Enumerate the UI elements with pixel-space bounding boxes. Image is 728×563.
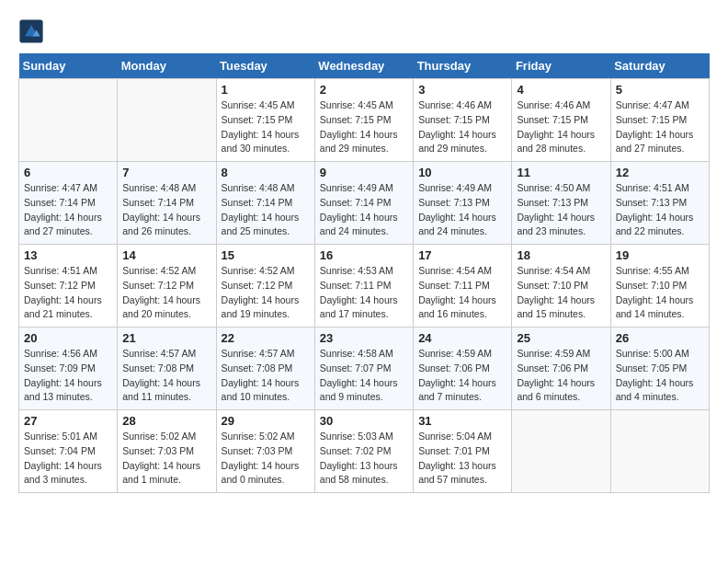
day-number: 10 [418,166,506,179]
day-cell: 30Sunrise: 5:03 AMSunset: 7:02 PMDayligh… [314,410,413,493]
day-info: Sunrise: 4:52 AMSunset: 7:12 PMDaylight:… [122,264,210,322]
day-number: 26 [616,331,704,345]
day-number: 1 [222,83,310,97]
weekday-header-wednesday: Wednesday [314,53,413,79]
day-cell: 16Sunrise: 4:53 AMSunset: 7:11 PMDayligh… [314,245,413,327]
week-row-3: 13Sunrise: 4:51 AMSunset: 7:12 PMDayligh… [19,245,710,327]
day-info: Sunrise: 4:54 AMSunset: 7:10 PMDaylight:… [517,264,605,322]
day-cell: 10Sunrise: 4:49 AMSunset: 7:13 PMDayligh… [414,162,512,245]
day-cell: 3Sunrise: 4:46 AMSunset: 7:15 PMDaylight… [414,79,512,162]
day-number: 27 [24,414,112,428]
day-info: Sunrise: 4:52 AMSunset: 7:12 PMDaylight:… [222,264,310,322]
calendar-table: SundayMondayTuesdayWednesdayThursdayFrid… [18,53,710,493]
day-info: Sunrise: 4:45 AMSunset: 7:15 PMDaylight:… [222,98,310,156]
day-number: 9 [320,166,408,179]
day-cell: 12Sunrise: 4:51 AMSunset: 7:13 PMDayligh… [610,162,709,245]
day-cell: 21Sunrise: 4:57 AMSunset: 7:08 PMDayligh… [118,327,216,410]
day-cell: 15Sunrise: 4:52 AMSunset: 7:12 PMDayligh… [216,245,314,327]
day-info: Sunrise: 4:56 AMSunset: 7:09 PMDaylight:… [24,347,112,405]
logo [18,18,48,44]
day-number: 3 [418,83,506,97]
day-number: 28 [122,414,210,428]
day-info: Sunrise: 4:59 AMSunset: 7:06 PMDaylight:… [517,347,605,405]
week-row-1: 1Sunrise: 4:45 AMSunset: 7:15 PMDaylight… [19,79,710,162]
day-cell: 27Sunrise: 5:01 AMSunset: 7:04 PMDayligh… [19,410,118,493]
day-cell: 23Sunrise: 4:58 AMSunset: 7:07 PMDayligh… [314,327,413,410]
day-number: 22 [222,331,310,345]
day-info: Sunrise: 4:49 AMSunset: 7:13 PMDaylight:… [418,181,506,239]
day-cell: 24Sunrise: 4:59 AMSunset: 7:06 PMDayligh… [414,327,512,410]
page-header [18,18,710,44]
day-number: 17 [418,248,506,262]
day-number: 20 [24,331,112,345]
day-info: Sunrise: 4:47 AMSunset: 7:15 PMDaylight:… [616,98,704,156]
day-info: Sunrise: 5:03 AMSunset: 7:02 PMDaylight:… [320,430,408,488]
day-cell: 2Sunrise: 4:45 AMSunset: 7:15 PMDaylight… [314,79,413,162]
day-cell: 9Sunrise: 4:49 AMSunset: 7:14 PMDaylight… [314,162,413,245]
weekday-header-sunday: Sunday [19,53,118,79]
day-cell [19,79,118,162]
day-number: 13 [24,248,112,262]
day-cell: 8Sunrise: 4:48 AMSunset: 7:14 PMDaylight… [216,162,314,245]
weekday-header-saturday: Saturday [610,53,709,79]
day-info: Sunrise: 4:47 AMSunset: 7:14 PMDaylight:… [24,181,112,239]
day-cell: 1Sunrise: 4:45 AMSunset: 7:15 PMDaylight… [216,79,314,162]
day-info: Sunrise: 4:55 AMSunset: 7:10 PMDaylight:… [616,264,704,322]
day-number: 29 [222,414,310,428]
day-number: 16 [320,248,408,262]
day-number: 14 [122,248,210,262]
day-number: 6 [24,166,112,179]
day-cell: 13Sunrise: 4:51 AMSunset: 7:12 PMDayligh… [19,245,118,327]
day-number: 18 [517,248,605,262]
day-info: Sunrise: 4:57 AMSunset: 7:08 PMDaylight:… [122,347,210,405]
day-number: 4 [517,83,605,97]
day-cell: 25Sunrise: 4:59 AMSunset: 7:06 PMDayligh… [512,327,610,410]
day-info: Sunrise: 4:45 AMSunset: 7:15 PMDaylight:… [320,98,408,156]
day-info: Sunrise: 4:57 AMSunset: 7:08 PMDaylight:… [222,347,310,405]
week-row-5: 27Sunrise: 5:01 AMSunset: 7:04 PMDayligh… [19,410,710,493]
day-cell: 7Sunrise: 4:48 AMSunset: 7:14 PMDaylight… [118,162,216,245]
day-cell: 11Sunrise: 4:50 AMSunset: 7:13 PMDayligh… [512,162,610,245]
day-cell [610,410,709,493]
day-number: 25 [517,331,605,345]
day-info: Sunrise: 4:48 AMSunset: 7:14 PMDaylight:… [222,181,310,239]
day-info: Sunrise: 4:58 AMSunset: 7:07 PMDaylight:… [320,347,408,405]
day-cell [512,410,610,493]
week-row-2: 6Sunrise: 4:47 AMSunset: 7:14 PMDaylight… [19,162,710,245]
day-cell [118,79,216,162]
logo-icon [18,18,44,44]
week-row-4: 20Sunrise: 4:56 AMSunset: 7:09 PMDayligh… [19,327,710,410]
day-info: Sunrise: 5:02 AMSunset: 7:03 PMDaylight:… [122,430,210,488]
day-info: Sunrise: 4:46 AMSunset: 7:15 PMDaylight:… [418,98,506,156]
day-cell: 22Sunrise: 4:57 AMSunset: 7:08 PMDayligh… [216,327,314,410]
day-info: Sunrise: 4:59 AMSunset: 7:06 PMDaylight:… [418,347,506,405]
day-info: Sunrise: 4:49 AMSunset: 7:14 PMDaylight:… [320,181,408,239]
weekday-header-tuesday: Tuesday [216,53,314,79]
day-cell: 18Sunrise: 4:54 AMSunset: 7:10 PMDayligh… [512,245,610,327]
day-number: 12 [616,166,704,179]
day-number: 19 [616,248,704,262]
day-info: Sunrise: 5:04 AMSunset: 7:01 PMDaylight:… [418,430,506,488]
day-number: 21 [122,331,210,345]
day-number: 31 [418,414,506,428]
day-info: Sunrise: 5:00 AMSunset: 7:05 PMDaylight:… [616,347,704,405]
day-number: 11 [517,166,605,179]
day-info: Sunrise: 4:51 AMSunset: 7:13 PMDaylight:… [616,181,704,239]
day-cell: 20Sunrise: 4:56 AMSunset: 7:09 PMDayligh… [19,327,118,410]
day-cell: 29Sunrise: 5:02 AMSunset: 7:03 PMDayligh… [216,410,314,493]
day-cell: 14Sunrise: 4:52 AMSunset: 7:12 PMDayligh… [118,245,216,327]
calendar-header: SundayMondayTuesdayWednesdayThursdayFrid… [19,53,710,79]
day-cell: 6Sunrise: 4:47 AMSunset: 7:14 PMDaylight… [19,162,118,245]
day-cell: 5Sunrise: 4:47 AMSunset: 7:15 PMDaylight… [610,79,709,162]
day-cell: 17Sunrise: 4:54 AMSunset: 7:11 PMDayligh… [414,245,512,327]
weekday-header-row: SundayMondayTuesdayWednesdayThursdayFrid… [19,53,710,79]
day-info: Sunrise: 4:50 AMSunset: 7:13 PMDaylight:… [517,181,605,239]
day-info: Sunrise: 5:02 AMSunset: 7:03 PMDaylight:… [222,430,310,488]
day-number: 2 [320,83,408,97]
day-cell: 19Sunrise: 4:55 AMSunset: 7:10 PMDayligh… [610,245,709,327]
day-number: 23 [320,331,408,345]
weekday-header-monday: Monday [118,53,216,79]
weekday-header-friday: Friday [512,53,610,79]
day-info: Sunrise: 4:46 AMSunset: 7:15 PMDaylight:… [517,98,605,156]
calendar-body: 1Sunrise: 4:45 AMSunset: 7:15 PMDaylight… [19,79,710,493]
